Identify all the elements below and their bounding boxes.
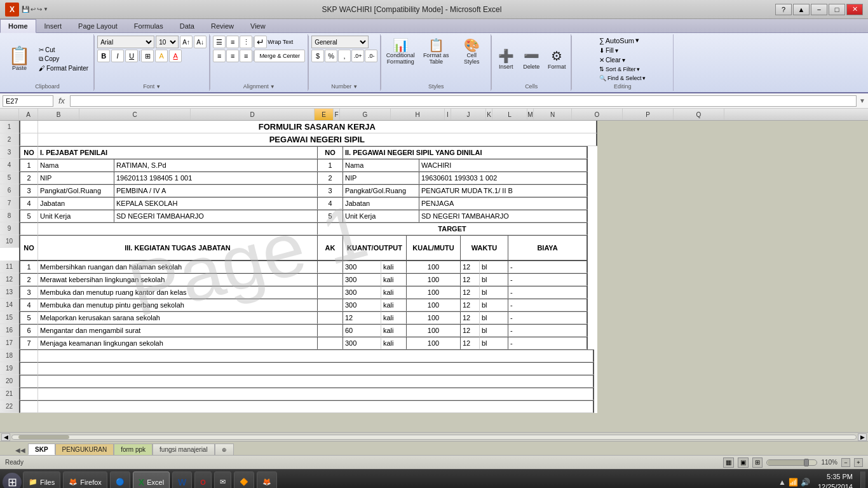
currency-btn[interactable]: $ <box>311 50 324 62</box>
cell-a19[interactable] <box>19 362 38 375</box>
tab-view[interactable]: View <box>242 19 274 33</box>
cell-b2-merged[interactable]: PEGAWAI NEGERI SIPIL <box>38 133 597 146</box>
cell-a7[interactable]: 4 <box>19 197 38 210</box>
wrap-text-icon-btn[interactable]: ↵ <box>254 36 267 48</box>
merge-center-btn[interactable]: Merge & Center <box>254 50 305 62</box>
cell-b18-merged[interactable] <box>38 349 594 362</box>
cell-c17[interactable]: Menjaga keamanan lingkungan sekolah <box>38 337 318 349</box>
help-btn[interactable]: ? <box>775 4 792 15</box>
cell-k14[interactable]: bl <box>480 299 508 311</box>
insert-cells-btn[interactable]: ➕ Insert <box>494 46 517 72</box>
cell-c4[interactable]: RATIMAN, S.Pd <box>114 159 318 172</box>
cell-a3[interactable]: NO <box>19 146 38 159</box>
format-painter-button[interactable]: 🖌 Format Painter <box>36 64 91 72</box>
zoom-slider[interactable] <box>766 459 817 466</box>
col-header-j[interactable]: J <box>451 109 486 120</box>
zoom-out-btn[interactable]: − <box>841 458 850 467</box>
cell-g11[interactable]: 300 <box>343 261 381 273</box>
cell-e17[interactable] <box>318 337 343 349</box>
sort-filter-btn[interactable]: ⇅ Sort & Filter ▾ <box>597 65 643 73</box>
cell-target-header[interactable]: TARGET <box>318 222 588 235</box>
cell-b8[interactable]: Unit Kerja <box>38 210 114 222</box>
taskbar-item-excel[interactable]: X Excel <box>133 471 170 489</box>
cell-h4[interactable]: WACHIRI <box>419 159 588 172</box>
cell-h14b[interactable]: 100 <box>407 299 461 311</box>
cell-h17a[interactable]: kali <box>381 337 407 349</box>
cell-g7[interactable]: Jabatan <box>343 197 419 210</box>
cell-g16[interactable]: 60 <box>343 324 381 337</box>
cell-e11[interactable] <box>318 261 343 273</box>
increase-font-btn[interactable]: A↑ <box>180 36 193 48</box>
sheet-tab-form-ppk[interactable]: form ppk <box>114 444 153 455</box>
cell-h13a[interactable]: kali <box>381 286 407 299</box>
cell-n13[interactable]: - <box>508 286 588 299</box>
cell-no-header[interactable]: NO <box>19 235 38 261</box>
cell-b20-merged[interactable] <box>38 375 594 388</box>
taskbar-item-app8[interactable]: 🦊 <box>257 471 277 489</box>
cell-g5[interactable]: NIP <box>343 172 419 184</box>
cell-b9-merged[interactable] <box>38 222 318 235</box>
decrease-font-btn[interactable]: A↓ <box>194 36 207 48</box>
cell-e8[interactable]: 5 <box>318 210 343 222</box>
cell-b1-merged[interactable]: FORMULIR SASARAN KERJA <box>38 121 597 133</box>
taskbar-item-opera[interactable]: O <box>194 471 212 489</box>
cell-a5[interactable]: 2 <box>19 172 38 184</box>
cell-e12[interactable] <box>318 273 343 286</box>
scroll-left-btn[interactable]: ◀ <box>1 433 10 441</box>
col-header-q[interactable]: Q <box>674 109 724 120</box>
cell-c12[interactable]: Merawat kebersihan lingkungan sekolah <box>38 273 318 286</box>
fill-color-button[interactable]: A <box>155 50 168 62</box>
paste-button[interactable]: 📋 Paste <box>4 44 35 74</box>
col-header-c[interactable]: C <box>79 109 191 120</box>
cell-a14[interactable]: 4 <box>19 299 38 311</box>
scroll-right-btn[interactable]: ▶ <box>858 433 867 441</box>
cell-h16b[interactable]: 100 <box>407 324 461 337</box>
cell-c7[interactable]: KEPALA SEKOLAH <box>114 197 318 210</box>
save-btn[interactable]: 💾 <box>22 6 29 13</box>
cell-b21-merged[interactable] <box>38 388 594 400</box>
tab-nav-buttons[interactable]: ◀◀ <box>15 447 28 455</box>
clear-btn[interactable]: ✕ Clear ▾ <box>597 56 628 64</box>
cell-kual-header[interactable]: KUAL/MUTU <box>407 235 461 261</box>
cell-g8[interactable]: Unit Kerja <box>343 210 419 222</box>
dropdown-arrow[interactable]: ▼ <box>43 6 48 12</box>
tab-first-btn[interactable]: ◀◀ <box>15 447 25 454</box>
cell-k17[interactable]: bl <box>480 337 508 349</box>
cell-kuant-header[interactable]: KUANT/OUTPUT <box>343 235 407 261</box>
zoom-slider-thumb[interactable] <box>804 459 809 466</box>
cell-h11a[interactable]: kali <box>381 261 407 273</box>
cell-kegiatan-header[interactable]: III. KEGIATAN TUGAS JABATAN <box>38 235 318 261</box>
cell-a2[interactable] <box>19 133 38 146</box>
cell-h5[interactable]: 19630601 199303 1 002 <box>419 172 588 184</box>
tab-review[interactable]: Review <box>203 19 242 33</box>
col-header-m[interactable]: M <box>527 109 534 120</box>
align-left-btn[interactable]: ≡ <box>213 50 226 62</box>
maximize-btn[interactable]: □ <box>829 4 845 15</box>
cell-g14[interactable]: 300 <box>343 299 381 311</box>
sheet-tab-fungsi[interactable]: fungsi manajerial <box>153 444 215 455</box>
cell-a8[interactable]: 5 <box>19 210 38 222</box>
decrease-decimal-btn[interactable]: .0- <box>365 50 377 62</box>
col-header-l[interactable]: L <box>492 109 527 120</box>
col-header-b[interactable]: B <box>38 109 79 120</box>
cell-b4[interactable]: Nama <box>38 159 114 172</box>
cell-b5[interactable]: NIP <box>38 172 114 184</box>
cell-e3[interactable]: NO <box>318 146 343 159</box>
cell-a6[interactable]: 3 <box>19 184 38 197</box>
align-top-left-btn[interactable]: ☰ <box>213 36 226 48</box>
col-header-e[interactable]: E <box>315 109 334 120</box>
cell-g15[interactable]: 12 <box>343 311 381 324</box>
cell-a20[interactable] <box>19 375 38 388</box>
taskbar-item-files[interactable]: 📁 Files <box>23 471 60 489</box>
font-face-select[interactable]: Arial <box>97 36 154 48</box>
cell-a17[interactable]: 7 <box>19 337 38 349</box>
formula-input[interactable] <box>70 95 857 107</box>
cell-n16[interactable]: - <box>508 324 588 337</box>
format-cells-btn[interactable]: ⚙ Format <box>545 46 568 72</box>
taskbar-item-word[interactable]: W <box>172 471 192 489</box>
cell-e15[interactable] <box>318 311 343 324</box>
sheet-tab-skp[interactable]: SKP <box>28 444 55 455</box>
underline-button[interactable]: U <box>125 50 138 62</box>
cell-j13[interactable]: 12 <box>461 286 480 299</box>
horizontal-scrollbar[interactable]: ◀ ▶ <box>0 432 868 441</box>
